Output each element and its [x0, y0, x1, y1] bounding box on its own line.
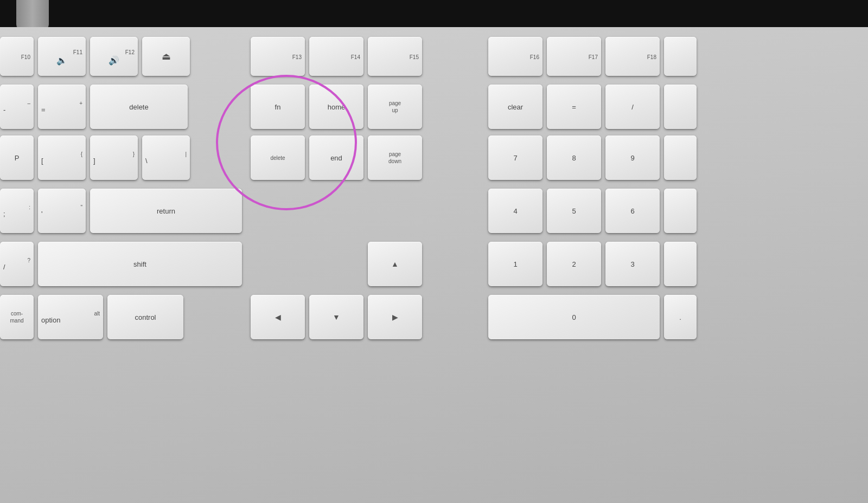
- key-up-arrow[interactable]: ▲: [368, 242, 422, 286]
- key-num8-label: 8: [572, 154, 576, 162]
- key-question-top: ?: [27, 256, 34, 263]
- key-plus-top: +: [79, 99, 86, 106]
- key-num1[interactable]: 1: [488, 242, 542, 286]
- key-return[interactable]: return: [90, 189, 242, 233]
- key-clear[interactable]: clear: [488, 85, 542, 129]
- key-page-up[interactable]: pageup: [368, 85, 422, 129]
- key-num4-label: 4: [513, 207, 517, 215]
- key-f16[interactable]: F16: [488, 37, 542, 76]
- key-delete-fwd[interactable]: delete: [251, 136, 305, 180]
- key-num0[interactable]: 0: [488, 295, 660, 339]
- key-numpad-plus2[interactable]: [664, 189, 697, 233]
- key-f11-label: F11: [73, 48, 86, 55]
- key-eject[interactable]: ⏏: [142, 37, 190, 76]
- key-numpad-plus[interactable]: [664, 136, 697, 180]
- key-return-label: return: [157, 207, 175, 215]
- key-num4[interactable]: 4: [488, 189, 542, 233]
- cable: [16, 0, 49, 30]
- key-num9[interactable]: 9: [605, 136, 660, 180]
- key-semicolon-bot: ;: [0, 210, 5, 220]
- keyboard-body: F10 F11 🔈 F12 🔊 ⏏ F13 F14 F15: [0, 27, 868, 503]
- key-minus-bot: -: [0, 106, 5, 115]
- key-plus[interactable]: + =: [38, 85, 86, 129]
- key-delete-fwd-label: delete: [270, 154, 285, 162]
- key-f19[interactable]: [664, 37, 697, 76]
- key-p-label: P: [15, 154, 20, 162]
- key-num7[interactable]: 7: [488, 136, 542, 180]
- key-f18[interactable]: F18: [605, 37, 660, 76]
- key-num6-label: 6: [630, 207, 634, 215]
- key-semicolon[interactable]: : ;: [0, 189, 34, 233]
- key-f13[interactable]: F13: [251, 37, 305, 76]
- key-num0-label: 0: [572, 313, 576, 321]
- key-brace-open[interactable]: { [: [38, 136, 86, 180]
- key-num2[interactable]: 2: [547, 242, 601, 286]
- key-down-arrow-symbol: ▼: [333, 313, 340, 321]
- key-numpad-equals-label: =: [572, 103, 576, 111]
- key-pipe-top: |: [185, 150, 190, 157]
- key-brace-close[interactable]: } ]: [90, 136, 138, 180]
- key-alt-label: alt: [94, 309, 103, 317]
- key-shift[interactable]: shift: [38, 242, 242, 286]
- key-numpad-slash-label: /: [631, 103, 634, 111]
- key-num3-label: 3: [630, 260, 634, 268]
- key-down-arrow[interactable]: ▼: [309, 295, 363, 339]
- key-numpad-enter[interactable]: [664, 242, 697, 286]
- key-numpad-slash[interactable]: /: [605, 85, 660, 129]
- key-f17[interactable]: F17: [547, 37, 601, 76]
- key-fn[interactable]: fn: [251, 85, 305, 129]
- key-delete-label: delete: [129, 103, 148, 111]
- key-numpad-equals[interactable]: =: [547, 85, 601, 129]
- key-command[interactable]: com-mand: [0, 295, 34, 339]
- key-f11[interactable]: F11 🔈: [38, 37, 86, 76]
- key-left-arrow-symbol: ◀: [275, 313, 281, 321]
- key-quote[interactable]: " ': [38, 189, 86, 233]
- key-f18-label: F18: [647, 53, 660, 60]
- key-f12-label: F12: [125, 48, 138, 55]
- key-left-arrow[interactable]: ◀: [251, 295, 305, 339]
- key-p[interactable]: P: [0, 136, 34, 180]
- key-control[interactable]: control: [107, 295, 183, 339]
- key-home-label: home: [328, 103, 346, 111]
- key-f14-label: F14: [351, 53, 363, 60]
- key-num5[interactable]: 5: [547, 189, 601, 233]
- key-f15[interactable]: F15: [368, 37, 422, 76]
- key-page-up-label: pageup: [389, 100, 401, 114]
- key-num9-label: 9: [630, 154, 634, 162]
- key-num7-label: 7: [513, 154, 517, 162]
- key-f14[interactable]: F14: [309, 37, 363, 76]
- key-fn-label: fn: [275, 103, 281, 111]
- key-page-down[interactable]: pagedown: [368, 136, 422, 180]
- key-option-label: option: [38, 317, 60, 326]
- key-numpad-star[interactable]: [664, 85, 697, 129]
- key-end[interactable]: end: [309, 136, 363, 180]
- key-pipe-bot: \: [142, 157, 148, 166]
- key-pipe[interactable]: | \: [142, 136, 190, 180]
- key-control-label: control: [135, 313, 156, 321]
- key-num-period[interactable]: .: [664, 295, 697, 339]
- key-alt-option[interactable]: alt option: [38, 295, 103, 339]
- key-clear-label: clear: [508, 103, 523, 111]
- key-quote-bot: ': [38, 210, 42, 220]
- key-end-label: end: [330, 154, 342, 162]
- key-f10[interactable]: F10: [0, 37, 34, 76]
- key-f12[interactable]: F12 🔊: [90, 37, 138, 76]
- key-page-down-label: pagedown: [388, 151, 401, 165]
- key-question[interactable]: ? /: [0, 242, 34, 286]
- key-f17-label: F17: [589, 53, 601, 60]
- key-f13-label: F13: [292, 53, 305, 60]
- key-question-bot: /: [0, 263, 5, 273]
- key-right-arrow[interactable]: ▶: [368, 295, 422, 339]
- key-minus[interactable]: – -: [0, 85, 34, 129]
- key-brace-close-bot: ]: [90, 157, 95, 166]
- key-num-period-label: .: [679, 313, 681, 321]
- key-num1-label: 1: [513, 260, 517, 268]
- key-delete[interactable]: delete: [90, 85, 188, 129]
- key-minus-top: –: [27, 99, 34, 106]
- key-num8[interactable]: 8: [547, 136, 601, 180]
- key-home[interactable]: home: [309, 85, 363, 129]
- key-num6[interactable]: 6: [605, 189, 660, 233]
- key-num3[interactable]: 3: [605, 242, 660, 286]
- key-brace-open-bot: [: [38, 157, 43, 166]
- key-f10-label: F10: [21, 53, 34, 60]
